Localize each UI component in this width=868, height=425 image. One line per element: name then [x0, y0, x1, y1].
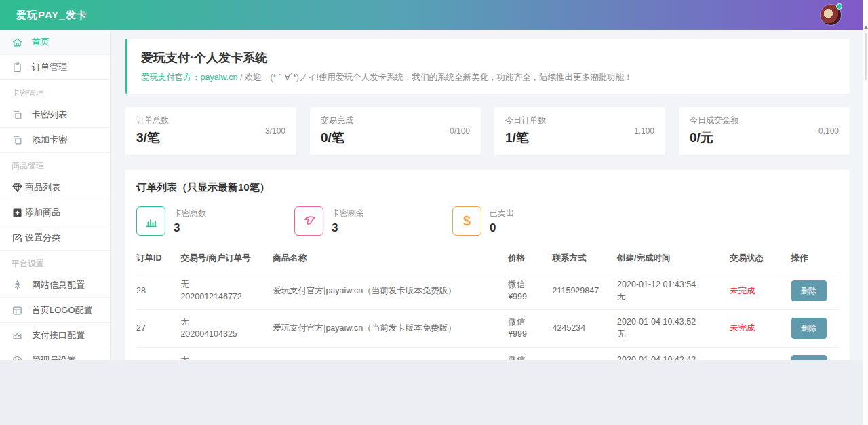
- sidebar-item-product-add[interactable]: 添加商品: [0, 200, 110, 225]
- sidebar-section-platform: 平台设置: [0, 251, 110, 273]
- mini-stat-label: 已卖出: [490, 208, 514, 219]
- sidebar-section-cards: 卡密管理: [0, 80, 110, 103]
- sidebar-item-home[interactable]: 首页: [0, 30, 110, 55]
- sidebar-item-card-add[interactable]: 添加卡密: [0, 128, 110, 153]
- official-site-link[interactable]: payaiw.cn: [201, 73, 238, 82]
- welcome-subtitle: 爱玩支付官方：payaiw.cn / 欢迎一(*｀∀´*)ノイ!使用爱玩个人发卡…: [141, 72, 836, 84]
- main-content: 爱玩支付·个人发卡系统 爱玩支付官方：payaiw.cn / 欢迎一(*｀∀´*…: [111, 30, 868, 360]
- stat-label: 今日订单数: [505, 115, 546, 126]
- sidebar-item-label: 商品列表: [25, 181, 60, 193]
- copy-icon: [12, 134, 23, 146]
- cell-contact: 4245234: [553, 310, 618, 347]
- sidebar-item-site-info[interactable]: 网站信息配置: [0, 273, 110, 298]
- stat-value: 3/笔: [136, 129, 169, 147]
- stat-card-today-orders: 今日订单数 1/笔 1,100: [494, 107, 665, 155]
- mini-stat-label: 卡密剩余: [332, 208, 364, 219]
- sidebar-item-label: 支付接口配置: [32, 329, 85, 341]
- rocket-icon: [12, 280, 23, 291]
- cell-contact: 42424: [553, 347, 618, 360]
- status-badge: 未完成: [730, 310, 791, 347]
- cell-trade-no: 无 2020041042601: [180, 347, 273, 360]
- sidebar-item-orders[interactable]: 订单管理: [0, 55, 110, 80]
- cell-product: 爱玩支付官方|payaiw.cn（当前发卡版本免费版）: [273, 310, 508, 347]
- stat-card-today-amount: 今日成交金额 0/元 0,100: [679, 107, 850, 155]
- page-title: 爱玩支付·个人发卡系统: [141, 50, 836, 66]
- scrollbar-thumb[interactable]: [865, 33, 867, 80]
- sidebar-item-label: 卡密列表: [32, 109, 67, 121]
- stat-card-total-orders: 订单总数 3/笔 3/100: [125, 107, 296, 155]
- sidebar-item-category-set[interactable]: 设置分类: [0, 225, 110, 251]
- stat-sub-value: 3/100: [265, 126, 285, 136]
- cell-time: 2020-01-12 01:43:54 无: [617, 272, 730, 310]
- send-icon: [294, 206, 323, 236]
- sidebar-item-card-list[interactable]: 卡密列表: [0, 103, 110, 128]
- official-prefix: 爱玩支付官方：: [141, 73, 201, 82]
- scrollbar[interactable]: [863, 0, 868, 425]
- sidebar-section-products: 商品管理: [0, 153, 110, 175]
- crown-icon: [12, 330, 23, 341]
- avatar[interactable]: [821, 5, 841, 25]
- order-table-header-row: 订单ID 交易号/商户订单号 商品名称 价格 联系方式 创建/完成时间 交易状态…: [136, 245, 839, 272]
- sidebar-item-label: 设置分类: [25, 232, 60, 244]
- mini-stat-label: 卡密总数: [174, 208, 206, 219]
- sidebar-item-label: 首页LOGO配置: [32, 304, 93, 316]
- order-list-title: 订单列表（只显示最新10笔）: [136, 181, 839, 194]
- cell-order-id: 28: [136, 272, 180, 310]
- stat-label: 交易完成: [321, 115, 353, 126]
- dollar-icon: $: [452, 206, 481, 236]
- cell-price: 微信 ¥999: [508, 272, 552, 310]
- welcome-banner: 爱玩支付·个人发卡系统 爱玩支付官方：payaiw.cn / 欢迎一(*｀∀´*…: [125, 39, 850, 94]
- table-row: 28 无 2020012146772 爱玩支付官方|payaiw.cn（当前发卡…: [136, 272, 839, 310]
- cell-action: 删除: [791, 347, 839, 360]
- mini-stat-card-sold: $ 已卖出 0: [452, 206, 610, 236]
- copy-icon: [12, 109, 23, 121]
- cell-order-id: 27: [136, 310, 180, 347]
- cell-contact: 2115929847: [553, 272, 618, 310]
- col-header-contact: 联系方式: [553, 245, 618, 272]
- cell-order-id: 26: [136, 347, 180, 360]
- welcome-text: / 欢迎一(*｀∀´*)ノイ!使用爱玩个人发卡系统，我们的系统全新美化，功能齐全…: [237, 73, 632, 82]
- sidebar-item-logo-config[interactable]: 首页LOGO配置: [0, 298, 110, 323]
- scroll-up-arrow-icon[interactable]: [864, 26, 868, 29]
- sidebar-item-label: 订单管理: [32, 61, 67, 73]
- online-status-dot: [836, 3, 842, 10]
- col-header-price: 价格: [508, 245, 552, 272]
- cell-product: 爱玩支付官方|payaiw.cn（当前发卡版本免费版）: [273, 272, 508, 310]
- stat-value: 0/笔: [321, 129, 353, 147]
- status-badge: 未完成: [730, 272, 791, 310]
- clipboard-icon: [12, 62, 23, 73]
- col-header-product: 商品名称: [273, 245, 508, 272]
- delete-button[interactable]: 删除: [791, 355, 827, 360]
- app-title: 爱玩PAY_发卡: [16, 9, 87, 22]
- col-header-status: 交易状态: [730, 245, 791, 272]
- layout-icon: [12, 305, 23, 316]
- order-list-panel: 订单列表（只显示最新10笔） 卡密总数 3 卡密剩余: [125, 170, 850, 360]
- sidebar-item-label: 添加卡密: [32, 134, 67, 146]
- mini-stat-card-total: 卡密总数 3: [136, 206, 294, 236]
- table-row: 27 无 202004104325 爱玩支付官方|payaiw.cn（当前发卡版…: [136, 310, 839, 347]
- cell-time: 2020-01-04 10:42:42 无: [617, 347, 730, 360]
- cell-time: 2020-01-04 10:43:52 无: [617, 310, 730, 347]
- stat-value: 1/笔: [505, 129, 546, 147]
- order-table: 订单ID 交易号/商户订单号 商品名称 价格 联系方式 创建/完成时间 交易状态…: [136, 245, 839, 360]
- stat-value: 0/元: [690, 129, 738, 147]
- stats-row: 订单总数 3/笔 3/100 交易完成 0/笔 0/100 今日订单数 1/笔 …: [125, 107, 850, 155]
- stat-sub-value: 0,100: [818, 126, 839, 136]
- col-header-action: 操作: [791, 245, 839, 272]
- col-header-time: 创建/完成时间: [617, 245, 730, 272]
- stat-label: 今日成交金额: [690, 115, 738, 126]
- mini-stat-value: 3: [174, 221, 206, 235]
- mini-stat-card-remaining: 卡密剩余 3: [294, 206, 452, 236]
- delete-button[interactable]: 删除: [791, 318, 827, 339]
- col-header-order-id: 订单ID: [136, 245, 180, 272]
- stat-label: 订单总数: [136, 115, 169, 126]
- sidebar-item-label: 首页: [32, 36, 50, 48]
- delete-button[interactable]: 删除: [791, 280, 827, 301]
- stat-sub-value: 1,100: [634, 126, 654, 136]
- plus-square-icon: [12, 207, 23, 219]
- sidebar-item-admin-settings[interactable]: 管理员设置: [0, 348, 110, 360]
- sidebar-item-pay-api[interactable]: 支付接口配置: [0, 323, 110, 348]
- sidebar-item-product-list[interactable]: 商品列表: [0, 175, 110, 200]
- sidebar-item-label: 添加商品: [25, 206, 60, 219]
- stat-card-completed-trades: 交易完成 0/笔 0/100: [310, 107, 481, 155]
